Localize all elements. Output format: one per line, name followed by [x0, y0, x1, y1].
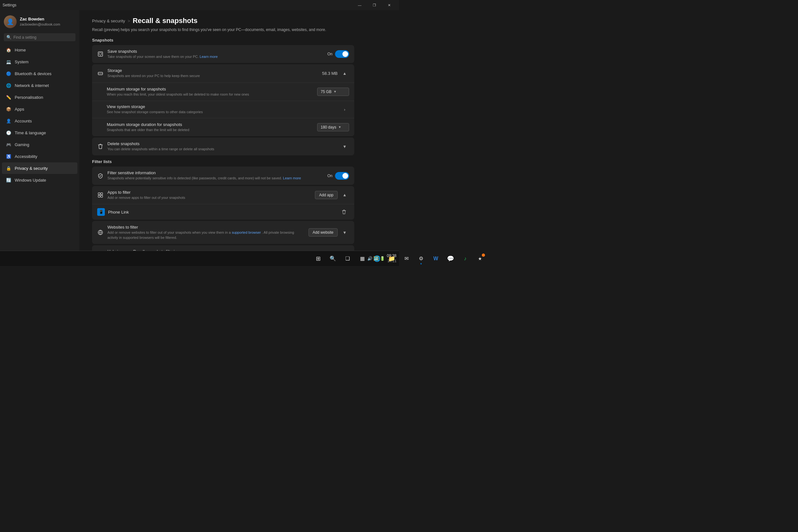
max-duration-arrow: ▼ [338, 125, 341, 129]
storage-size: 58.3 MB [322, 71, 338, 76]
max-duration-control: 180 days ▼ [317, 123, 349, 131]
taskbar-start-button[interactable]: ⊞ [311, 252, 325, 266]
apps-to-filter-row: Apps to filter Add or remove apps to fil… [92, 186, 354, 204]
phone-link-label: Phone Link [108, 210, 336, 214]
sidebar-item-label-time: Time & language [15, 130, 46, 135]
delete-snapshots-chevron[interactable]: ▼ [340, 142, 349, 151]
sidebar-item-apps[interactable]: 📦 Apps [2, 103, 77, 115]
sidebar-item-update[interactable]: 🔄 Windows Update [2, 174, 77, 186]
sidebar-item-time[interactable]: 🕐 Time & language [2, 127, 77, 138]
minimize-button[interactable]: — [352, 0, 367, 10]
apps-filter-chevron[interactable]: ▲ [340, 191, 349, 200]
storage-icon [97, 70, 103, 77]
filter-sensitive-desc: Snapshots where potentially sensitive in… [108, 176, 324, 180]
help-improve-card: Help improve Recall snapshots filtering … [92, 245, 354, 251]
websites-filter-chevron[interactable]: ▼ [340, 228, 349, 237]
filter-sensitive-text: Filter sensitive information Snapshots w… [108, 170, 324, 180]
save-snapshots-card: Save snapshots Take snapshots of your sc… [92, 45, 354, 63]
sidebar-item-label-personalisation: Personalisation [15, 95, 43, 100]
titlebar-controls: — ❐ ✕ [352, 0, 396, 10]
sidebar-item-label-gaming: Gaming [15, 142, 30, 147]
sidebar-item-label-network: Network & internet [15, 83, 49, 88]
storage-desc: Snapshots are stored on your PC to help … [108, 74, 319, 78]
sidebar-item-network[interactable]: 🌐 Network & internet [2, 80, 77, 91]
max-storage-text: Maximum storage for snapshots When you r… [107, 87, 313, 97]
sidebar-item-label-accounts: Accounts [15, 119, 32, 124]
sidebar-item-label-update: Windows Update [15, 178, 46, 183]
save-snapshots-learn-more[interactable]: Learn more [200, 55, 218, 58]
sidebar-item-privacy[interactable]: 🔒 Privacy & security [2, 163, 77, 174]
storage-chevron-up[interactable]: ▲ [340, 69, 349, 78]
sidebar-item-bluetooth[interactable]: 🔵 Bluetooth & devices [2, 68, 77, 79]
taskbar: ⊞ 🔍 ❏ ▦ 🌐 📁 ✉ ⚙ W 💬 ♪ ★ 🔊 📶 🔋 09:38 27/1… [0, 251, 399, 266]
taskbar-explorer-button[interactable]: 📁 [385, 252, 399, 266]
search-icon: 🔍 [6, 35, 12, 40]
supported-browser-link[interactable]: supported browser [232, 230, 261, 234]
sidebar-item-personalisation[interactable]: ✏️ Personalisation [2, 92, 77, 103]
phone-link-row: 📱 Phone Link [92, 204, 354, 220]
svg-rect-6 [101, 193, 102, 195]
system-icon: 💻 [6, 59, 12, 64]
sidebar-item-system[interactable]: 💻 System [2, 56, 77, 68]
delete-snapshots-icon [97, 143, 103, 150]
avatar[interactable]: 👤 [4, 15, 17, 28]
max-storage-desc: When you reach this limit, your oldest s… [107, 92, 313, 97]
sidebar: 👤 Zac Bowden zacbowden@outlook.com 🔍 🏠 H… [0, 10, 79, 251]
filter-sensitive-state: On [327, 174, 332, 178]
view-storage-row[interactable]: View system storage See how snapshot sto… [92, 101, 354, 118]
maximize-button[interactable]: ❐ [367, 0, 382, 10]
svg-rect-7 [98, 195, 100, 197]
max-storage-control: 75 GB ▼ [317, 88, 349, 96]
gaming-icon: 🎮 [6, 141, 12, 147]
max-storage-row: Maximum storage for snapshots When you r… [92, 82, 354, 101]
titlebar-left: Settings [3, 3, 16, 7]
view-storage-title: View system storage [107, 104, 203, 109]
delete-snapshots-row: Delete snapshots You can delete snapshot… [92, 137, 354, 155]
network-icon: 🌐 [6, 82, 12, 88]
delete-snapshots-desc: You can delete snapshots within a time r… [108, 147, 336, 152]
taskbar-search-button[interactable]: 🔍 [326, 252, 340, 266]
add-website-button[interactable]: Add website [308, 228, 338, 236]
filter-sensitive-card: Filter sensitive information Snapshots w… [92, 167, 354, 185]
max-duration-text: Maximum storage duration for snapshots S… [107, 122, 313, 132]
help-improve-row: Help improve Recall snapshots filtering … [92, 245, 354, 251]
taskbar-edge-button[interactable]: 🌐 [370, 252, 384, 266]
sidebar-item-home[interactable]: 🏠 Home [2, 44, 77, 56]
view-storage-chevron[interactable]: › [340, 105, 349, 114]
websites-to-filter-title: Websites to filter [108, 225, 305, 230]
filter-sensitive-learn-more[interactable]: Learn more [283, 176, 301, 180]
max-storage-dropdown[interactable]: 75 GB ▼ [317, 88, 349, 96]
view-storage-text: View system storage See how snapshot sto… [107, 104, 203, 114]
search-box[interactable]: 🔍 [4, 33, 75, 41]
taskbar-taskview-button[interactable]: ❏ [341, 252, 355, 266]
save-snapshots-state: On [327, 52, 332, 56]
max-duration-dropdown[interactable]: 180 days ▼ [317, 123, 349, 131]
filter-sensitive-toggle[interactable] [335, 172, 349, 180]
phone-link-delete-button[interactable] [339, 207, 349, 217]
home-icon: 🏠 [6, 47, 12, 53]
breadcrumb-parent[interactable]: Privacy & security [92, 19, 125, 23]
max-storage-arrow: ▼ [334, 90, 337, 93]
phone-link-icon: 📱 [97, 208, 105, 216]
sidebar-item-accessibility[interactable]: ♿ Accessibility [2, 151, 77, 162]
titlebar: Settings — ❐ ✕ [0, 0, 399, 10]
save-snapshots-toggle[interactable] [335, 50, 349, 58]
max-duration-title: Maximum storage duration for snapshots [107, 122, 313, 127]
save-snapshots-desc: Take snapshots of your screen and save t… [108, 54, 324, 59]
svg-rect-5 [98, 193, 100, 195]
websites-to-filter-desc: Add or remove websites to filter out of … [108, 230, 305, 240]
max-storage-title: Maximum storage for snapshots [107, 87, 313, 92]
apps-to-filter-icon [97, 192, 103, 198]
taskbar-widgets-button[interactable]: ▦ [355, 252, 369, 266]
filter-sensitive-control: On [327, 172, 349, 180]
content-inner: Privacy & security > Recall & snapshots … [79, 10, 367, 251]
add-app-button[interactable]: Add app [315, 191, 338, 199]
close-button[interactable]: ✕ [382, 0, 396, 10]
sidebar-item-label-accessibility: Accessibility [15, 154, 37, 159]
search-input[interactable] [14, 35, 73, 40]
sidebar-item-gaming[interactable]: 🎮 Gaming [2, 139, 77, 150]
filter-sensitive-title: Filter sensitive information [108, 170, 324, 175]
sidebar-item-accounts[interactable]: 👤 Accounts [2, 115, 77, 127]
accounts-icon: 👤 [6, 118, 12, 124]
storage-row: Storage Snapshots are stored on your PC … [92, 64, 354, 82]
